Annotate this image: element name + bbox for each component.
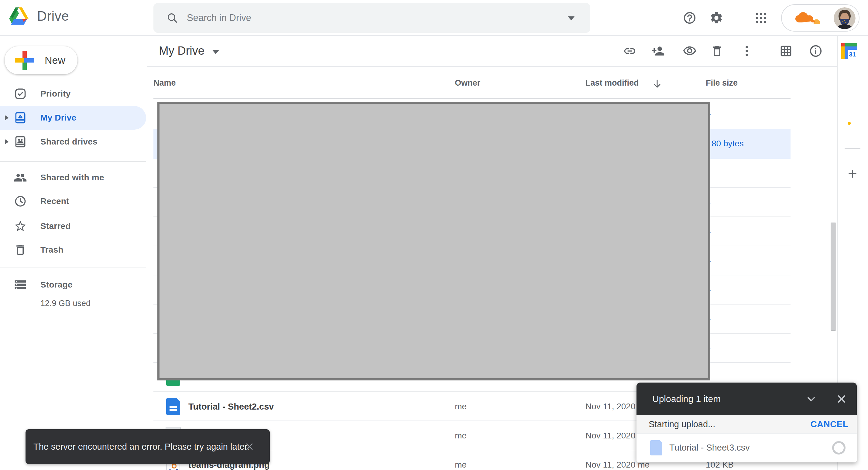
sidebar-item-label: Storage: [40, 280, 72, 290]
new-button[interactable]: New: [5, 46, 78, 74]
info-button[interactable]: [808, 44, 823, 58]
sidebar-divider: [0, 161, 146, 162]
file-owner: me: [455, 450, 467, 470]
upload-panel: Uploading 1 item Starting upload... CANC…: [637, 382, 857, 462]
dismiss-toast-close-icon[interactable]: [243, 440, 256, 453]
star-icon: [14, 220, 27, 233]
share-add-person-button[interactable]: [651, 44, 665, 58]
error-toast: The server encountered an error. Please …: [26, 429, 270, 464]
sidebar-item-storage[interactable]: Storage: [0, 273, 146, 297]
help-button[interactable]: [682, 11, 697, 25]
sidebar-item-label: Priority: [40, 89, 71, 99]
google-drive-app: Drive Search in Drive: [0, 0, 868, 470]
sidebar-item-recent[interactable]: Recent: [0, 190, 146, 213]
column-header-last-modified[interactable]: Last modified: [585, 78, 639, 88]
sidebar-divider: [0, 267, 146, 267]
sidebar-item-label: Recent: [40, 196, 69, 206]
more-actions-button[interactable]: [740, 44, 754, 58]
grid-view-button[interactable]: [779, 44, 793, 58]
sidebar-item-priority[interactable]: Priority: [0, 82, 146, 106]
content-header: My Drive: [147, 36, 837, 67]
cancel-upload-button[interactable]: CANCEL: [811, 415, 848, 433]
sidebar-item-starred[interactable]: Starred: [0, 214, 146, 238]
column-header-file-size[interactable]: File size: [706, 78, 738, 88]
storage-used-text: 12.9 GB used: [40, 299, 91, 308]
file-size: 80 bytes: [712, 129, 744, 158]
upload-progress-spinner: [832, 441, 845, 455]
storage-icon: [14, 278, 27, 292]
sidebar-item-label: Trash: [40, 245, 63, 255]
sidebar-item-label: Shared with me: [40, 173, 104, 182]
settings-gear-button[interactable]: [709, 11, 724, 25]
shared-drives-icon: [14, 135, 27, 148]
uploading-file-row[interactable]: Tutorial - Sheet3.csv: [637, 434, 857, 462]
google-keep-icon[interactable]: [845, 81, 860, 97]
search-icon: [166, 12, 178, 24]
sidebar-item-label: Shared drives: [40, 137, 97, 147]
search-input[interactable]: Search in Drive: [187, 3, 251, 33]
account-pill: [781, 4, 860, 32]
redacted-region-overlay: [157, 102, 710, 380]
left-sidebar: New Priority My Drive: [0, 36, 147, 470]
upload-panel-title: Uploading 1 item: [652, 382, 721, 415]
sidebar-item-label: My Drive: [40, 113, 76, 123]
file-icon: [650, 440, 662, 456]
rail-divider: [845, 148, 860, 149]
clock-icon: [14, 195, 27, 208]
app-title: Drive: [37, 8, 69, 24]
user-avatar[interactable]: [834, 7, 856, 29]
column-header-name[interactable]: Name: [153, 78, 176, 88]
file-icon-slot: [164, 392, 182, 421]
title-dropdown-caret-icon[interactable]: [212, 50, 219, 54]
google-apps-grid-button[interactable]: [754, 11, 768, 25]
sidebar-item-my-drive[interactable]: My Drive: [0, 106, 146, 130]
expand-chevron-right-icon[interactable]: [5, 115, 8, 121]
tasks-check-icon: [845, 115, 860, 131]
minimize-chevron-down-icon[interactable]: [805, 392, 818, 406]
trash-icon: [14, 243, 27, 257]
drive-logo-icon: [9, 7, 29, 25]
search-options-caret-icon[interactable]: [568, 16, 575, 20]
delete-button[interactable]: [710, 44, 724, 58]
expand-chevron-right-icon[interactable]: [5, 139, 8, 144]
preview-eye-button[interactable]: [682, 44, 697, 58]
file-owner: me: [455, 421, 467, 450]
sort-descending-arrow-icon[interactable]: [652, 78, 662, 89]
top-bar: Drive Search in Drive: [0, 0, 868, 36]
page-title: My Drive: [159, 44, 205, 57]
csv-file-icon: [166, 398, 180, 415]
file-name: Tutorial - Sheet2.csv: [188, 392, 274, 421]
people-icon: [14, 171, 27, 184]
breadcrumb-my-drive[interactable]: My Drive: [159, 44, 219, 57]
close-upload-panel-icon[interactable]: [835, 392, 848, 406]
sidebar-item-trash[interactable]: Trash: [0, 238, 146, 262]
priority-check-icon: [14, 87, 27, 100]
cloudflare-logo-icon[interactable]: [794, 11, 825, 26]
toolbar-separator: [765, 44, 765, 59]
sidebar-item-shared-with-me[interactable]: Shared with me: [0, 166, 146, 190]
toast-message: The server encountered an error. Please …: [33, 429, 249, 464]
upload-status-text: Starting upload...: [649, 415, 715, 433]
sidebar-item-shared-drives[interactable]: Shared drives: [0, 130, 146, 154]
new-button-label: New: [45, 54, 65, 66]
file-owner: me: [455, 392, 467, 421]
google-calendar-icon[interactable]: 31: [845, 46, 860, 62]
my-drive-icon: [14, 111, 27, 125]
google-plus-icon: [15, 51, 34, 70]
column-header-owner[interactable]: Owner: [455, 78, 480, 88]
drive-logo[interactable]: Drive: [9, 7, 69, 25]
uploading-file-name: Tutorial - Sheet3.csv: [669, 434, 750, 462]
upload-panel-header: Uploading 1 item: [637, 382, 857, 415]
upload-status-bar: Starting upload... CANCEL: [637, 415, 857, 434]
table-header: Name Owner Last modified File size: [153, 67, 790, 99]
google-tasks-icon[interactable]: [845, 115, 860, 131]
add-addon-plus-button[interactable]: +: [845, 166, 860, 181]
sidebar-item-label: Starred: [40, 221, 70, 231]
get-link-button[interactable]: [622, 44, 637, 58]
search-bar[interactable]: Search in Drive: [153, 3, 590, 33]
vertical-scrollbar-thumb[interactable]: [831, 223, 836, 331]
